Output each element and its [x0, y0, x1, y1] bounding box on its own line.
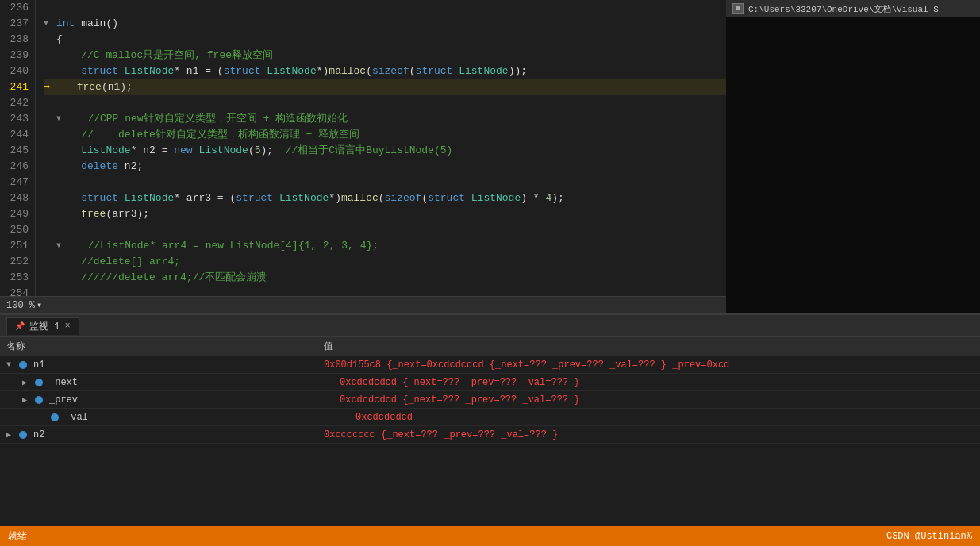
line-num-250: 250	[6, 222, 29, 238]
line-num-244: 244	[6, 127, 29, 143]
zoom-dropdown-btn[interactable]: ▾	[37, 299, 42, 311]
watch-value-n2: 0xccccccc {_next=??? _prev=??? _val=??? …	[317, 429, 980, 440]
watch-name-n1: ▼ n1	[0, 360, 317, 371]
status-bar: 就绪 CSDN @Ustinian%	[0, 526, 980, 546]
right-panel-title: C:\Users\33207\OneDrive\文档\Visual S	[748, 3, 939, 15]
collapse-arrow-251[interactable]: ▼	[56, 238, 66, 254]
dot-icon-n2	[19, 431, 27, 439]
watch-row-prev[interactable]: ▶ _prev 0xcdcdcdcd {_next=??? _prev=??? …	[0, 391, 980, 409]
arrow-indicator-241: ➡	[44, 79, 50, 95]
watch-panel: 📌 监视 1 × 名称 值 ▼ n1 0x00d155c8 {_next=0x	[0, 313, 980, 526]
line-num-251: 251	[6, 238, 29, 254]
line-num-239: 239	[6, 48, 29, 63]
watch-row-val[interactable]: _val 0xcdcdcdcd	[0, 409, 980, 426]
right-panel-content[interactable]	[726, 17, 980, 313]
comment-253: //////delete arr4;//不匹配会崩溃	[56, 270, 267, 286]
line-num-243: 243	[6, 111, 29, 127]
line-numbers: 236 237 238 239 240 241 242 243 244 245 …	[0, 0, 36, 296]
watch-name-val: _val	[32, 412, 349, 423]
watch-tab-label: 监视 1	[29, 320, 60, 333]
watch-value-n1: 0x00d155c8 {_next=0xcdcdcdcd {_next=??? …	[317, 360, 980, 371]
watch-value-next: 0xcdcdcdcd {_next=??? _prev=??? _val=???…	[333, 377, 980, 388]
line-num-248: 248	[6, 190, 29, 206]
watch-label-val: _val	[65, 412, 88, 423]
right-panel-header: ■ C:\Users\33207\OneDrive\文档\Visual S	[726, 0, 980, 17]
line-num-254: 254	[6, 286, 29, 296]
dot-icon-next	[35, 379, 43, 386]
comment-244: // delete针对自定义类型，析构函数清理 + 释放空间	[56, 127, 359, 143]
expand-arrow-n2[interactable]: ▶	[6, 430, 16, 440]
editor-with-right: 236 237 238 239 240 241 242 243 244 245 …	[0, 0, 980, 313]
expand-arrow-next[interactable]: ▶	[22, 378, 32, 387]
plain-brace: {	[56, 32, 63, 48]
line-num-247: 247	[6, 175, 29, 190]
line-num-253: 253	[6, 270, 29, 286]
line-num-238: 238	[6, 32, 29, 48]
left-area: 236 237 238 239 240 241 242 243 244 245 …	[0, 0, 980, 526]
watch-label-n1: n1	[33, 360, 44, 371]
watch-value-prev: 0xcdcdcdcd {_next=??? _prev=??? _val=???…	[333, 394, 980, 406]
watch-label-next: _next	[49, 377, 78, 388]
watch-col-name-header: 名称	[0, 340, 317, 353]
collapse-arrow-237[interactable]: ▼	[44, 16, 53, 32]
watch-rows: ▼ n1 0x00d155c8 {_next=0xcdcdcdcd {_next…	[0, 356, 980, 526]
watch-row-n1[interactable]: ▼ n1 0x00d155c8 {_next=0xcdcdcdcd {_next…	[0, 356, 980, 374]
code-246: delete n2;	[56, 159, 143, 175]
status-left-text: 就绪	[8, 529, 27, 543]
collapse-arrow-243[interactable]: ▼	[56, 111, 66, 127]
kw-int: int	[56, 16, 75, 32]
watch-label-n2: n2	[33, 429, 44, 440]
line-num-246: 246	[6, 159, 29, 175]
watch-row-n2[interactable]: ▶ n2 0xccccccc {_next=??? _prev=??? _val…	[0, 426, 980, 444]
line-num-241: 241	[6, 79, 29, 95]
dot-icon-val	[51, 413, 59, 421]
line-num-249: 249	[6, 206, 29, 222]
code-245: ListNode* n2 = new ListNode(5); //相当于C语言…	[56, 143, 452, 159]
right-panel: ■ C:\Users\33207\OneDrive\文档\Visual S	[726, 0, 980, 313]
line-num-240: 240	[6, 63, 29, 79]
watch-columns: 名称 值	[0, 337, 980, 356]
line-num-245: 245	[6, 143, 29, 159]
watch-name-n2: ▶ n2	[0, 429, 317, 440]
line-num-252: 252	[6, 254, 29, 270]
watch-label-prev: _prev	[49, 394, 78, 406]
plain-main: main()	[75, 16, 118, 32]
expand-arrow-prev[interactable]: ▶	[22, 395, 32, 405]
watch-name-prev: ▶ _prev	[16, 394, 333, 406]
line-num-236: 236	[6, 0, 29, 16]
watch-col-value-header: 值	[317, 340, 980, 353]
comment-252: //delete[] arr4;	[56, 254, 180, 270]
main-layout: 236 237 238 239 240 241 242 243 244 245 …	[0, 0, 980, 526]
line-num-237: 237	[6, 16, 29, 32]
watch-header: 📌 监视 1 ×	[0, 315, 980, 337]
watch-tab-pin-icon: 📌	[15, 321, 25, 331]
comment-251: //ListNode* arr4 = new ListNode[4]{1, 2,…	[69, 238, 379, 254]
terminal-icon: ■	[732, 3, 744, 14]
watch-tab-1[interactable]: 📌 监视 1 ×	[6, 317, 79, 335]
comment-243: //CPP new针对自定义类型，开空间 + 构造函数初始化	[69, 111, 348, 127]
expand-arrow-n1[interactable]: ▼	[6, 360, 16, 369]
line-num-242: 242	[6, 95, 29, 111]
watch-value-val: 0xcdcdcdcd	[349, 412, 980, 423]
watch-row-next[interactable]: ▶ _next 0xcdcdcdcd {_next=??? _prev=??? …	[0, 374, 980, 391]
dot-icon-prev	[35, 396, 43, 404]
zoom-value: 100 %	[6, 300, 35, 311]
code-249: free(arr3);	[56, 206, 149, 222]
comment-239: //C malloc只是开空间, free释放空间	[56, 48, 273, 63]
dot-icon-n1	[19, 361, 27, 369]
code-241: free(n1);	[52, 79, 132, 95]
status-right-text: CSDN @Ustinian%	[886, 531, 972, 542]
watch-tab-close-btn[interactable]: ×	[64, 321, 70, 332]
watch-name-next: ▶ _next	[16, 377, 333, 388]
code-248: struct ListNode* arr3 = (struct ListNode…	[56, 190, 564, 206]
code-240: struct ListNode* n1 = (struct ListNode*)…	[56, 63, 527, 79]
